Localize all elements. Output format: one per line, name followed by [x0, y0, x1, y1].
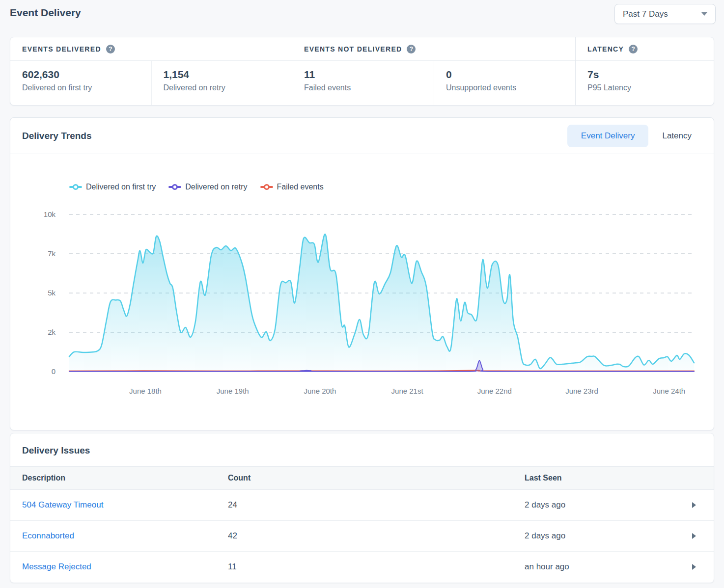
- legend-marker-icon: [260, 184, 273, 190]
- date-range-value: Past 7 Days: [623, 9, 668, 19]
- svg-text:10k: 10k: [44, 210, 56, 218]
- tab-event-delivery[interactable]: Event Delivery: [567, 125, 649, 147]
- svg-text:June 20th: June 20th: [304, 387, 336, 395]
- metric-failed: 11 Failed events: [292, 61, 434, 105]
- legend-item-retry[interactable]: Delivered on retry: [168, 183, 247, 191]
- metric-value: 602,630: [22, 69, 139, 80]
- table-row[interactable]: Message Rejected 11 an hour ago: [10, 551, 714, 582]
- svg-text:7k: 7k: [48, 249, 56, 258]
- svg-text:June 23rd: June 23rd: [565, 387, 598, 395]
- svg-text:June 21st: June 21st: [391, 387, 424, 395]
- delivery-issues-card: Delivery Issues Description Count Last S…: [10, 433, 714, 583]
- metric-label: Delivered on retry: [164, 83, 280, 92]
- metric-unsupported: 0 Unsupported events: [434, 61, 575, 105]
- trend-chart-svg: 10k7k5k2k0June 18thJune 19thJune 20thJun…: [10, 207, 716, 403]
- metric-label: Unsupported events: [446, 83, 563, 92]
- stat-group-label: EVENTS DELIVERED: [22, 45, 101, 53]
- table-row[interactable]: Econnaborted 42 2 days ago: [10, 520, 714, 551]
- metric-label: Delivered on first try: [22, 83, 139, 92]
- issues-title: Delivery Issues: [10, 433, 714, 466]
- chevron-right-icon[interactable]: [692, 533, 696, 539]
- legend-label: Delivered on first try: [86, 183, 156, 191]
- issue-count: 42: [228, 531, 525, 541]
- svg-text:0: 0: [52, 367, 56, 375]
- issue-count: 11: [228, 562, 525, 572]
- svg-text:June 18th: June 18th: [129, 387, 162, 395]
- legend-label: Delivered on retry: [185, 183, 247, 191]
- issue-link[interactable]: Econnaborted: [22, 531, 74, 540]
- col-description: Description: [22, 474, 228, 482]
- metric-label: Failed events: [304, 83, 422, 92]
- stats-card: EVENTS DELIVERED ? 602,630 Delivered on …: [10, 37, 714, 106]
- metric-label: P95 Latency: [587, 83, 702, 92]
- issue-count: 24: [228, 500, 525, 510]
- issues-table-header: Description Count Last Seen: [10, 466, 714, 490]
- chevron-right-icon[interactable]: [692, 502, 696, 508]
- metric-retry: 1,154 Delivered on retry: [151, 61, 292, 105]
- help-icon[interactable]: ?: [629, 45, 638, 53]
- stat-group-delivered: EVENTS DELIVERED ? 602,630 Delivered on …: [10, 37, 292, 105]
- issue-last-seen: 2 days ago: [525, 531, 692, 541]
- table-row[interactable]: 504 Gateway Timeout 24 2 days ago: [10, 490, 714, 520]
- page-title: Event Delivery: [10, 7, 81, 19]
- stat-group-label: EVENTS NOT DELIVERED: [304, 45, 402, 53]
- metric-value: 1,154: [164, 69, 280, 80]
- trends-tabs: Event Delivery Latency: [567, 125, 705, 147]
- stat-group-label: LATENCY: [587, 45, 624, 53]
- date-range-select[interactable]: Past 7 Days: [614, 4, 716, 24]
- stat-group-latency: LATENCY ? 7s P95 Latency: [575, 37, 714, 105]
- top-bar: Event Delivery Past 7 Days: [0, 0, 724, 28]
- help-icon[interactable]: ?: [407, 45, 416, 53]
- metric-value: 0: [446, 69, 563, 80]
- delivery-trends-card: Delivery Trends Event Delivery Latency D…: [10, 117, 714, 430]
- issue-link[interactable]: Message Rejected: [22, 562, 91, 571]
- trends-title: Delivery Trends: [22, 131, 92, 141]
- svg-text:June 19th: June 19th: [217, 387, 249, 395]
- svg-text:5k: 5k: [48, 289, 56, 297]
- legend-marker-icon: [69, 184, 82, 190]
- metric-value: 11: [304, 69, 422, 80]
- stat-group-not-delivered: EVENTS NOT DELIVERED ? 11 Failed events …: [292, 37, 575, 105]
- chevron-right-icon[interactable]: [692, 564, 696, 570]
- col-count: Count: [228, 474, 525, 482]
- metric-p95-latency: 7s P95 Latency: [576, 61, 714, 105]
- chart-legend: Delivered on first try Delivered on retr…: [69, 182, 714, 191]
- svg-text:June 24th: June 24th: [653, 387, 685, 395]
- metric-value: 7s: [587, 69, 702, 80]
- event-delivery-page: Event Delivery Past 7 Days EVENTS DELIVE…: [0, 0, 724, 588]
- svg-text:2k: 2k: [48, 328, 56, 336]
- col-last-seen: Last Seen: [525, 474, 692, 482]
- legend-marker-icon: [168, 184, 181, 190]
- legend-item-first-try[interactable]: Delivered on first try: [69, 183, 156, 191]
- issue-last-seen: an hour ago: [525, 562, 692, 572]
- legend-item-failed[interactable]: Failed events: [260, 183, 324, 191]
- metric-first-try: 602,630 Delivered on first try: [10, 61, 151, 105]
- chevron-down-icon: [701, 12, 707, 16]
- issue-last-seen: 2 days ago: [525, 500, 692, 510]
- tab-latency[interactable]: Latency: [648, 125, 705, 147]
- issue-link[interactable]: 504 Gateway Timeout: [22, 500, 103, 509]
- legend-label: Failed events: [277, 183, 324, 191]
- svg-text:June 22nd: June 22nd: [477, 387, 512, 395]
- help-icon[interactable]: ?: [106, 45, 115, 53]
- delivery-trends-chart[interactable]: 10k7k5k2k0June 18thJune 19thJune 20thJun…: [10, 207, 714, 403]
